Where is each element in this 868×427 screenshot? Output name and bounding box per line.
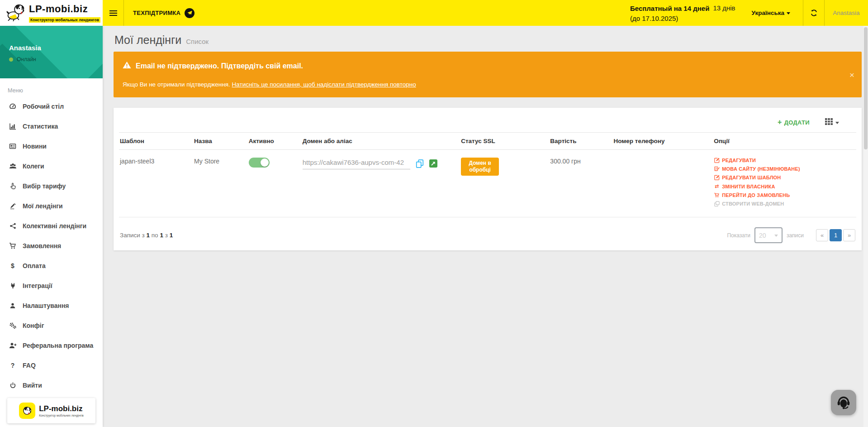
menu-section-label: Меню [0, 78, 103, 96]
language-icon [714, 166, 720, 172]
sidebar-item-config[interactable]: Конфіг [0, 316, 103, 336]
user-profile-panel: Anastasia Онлайн [0, 26, 103, 78]
cart-icon [714, 192, 720, 198]
content-area: Мої лендінги Список Email не підтверджен… [103, 26, 868, 427]
user-plus-icon [9, 342, 17, 349]
sidebar-item-news[interactable]: Новини [0, 136, 103, 156]
gears-icon [9, 322, 17, 329]
copy-icon [416, 159, 424, 168]
sidebar-item-integrations[interactable]: Інтеграції [0, 276, 103, 296]
close-banner-button[interactable]: × [849, 70, 854, 79]
headset-icon [835, 394, 852, 412]
copy-domain-button[interactable] [416, 159, 424, 168]
go-to-orders-link[interactable]: ПЕРЕЙТИ ДО ЗАМОВЛЕНЬ [714, 192, 853, 198]
change-owner-link[interactable]: ⇄ ЗМІНИТИ ВЛАСНИКА [714, 183, 853, 189]
col-template: Шаблон [119, 133, 190, 150]
page-scrollbar[interactable] [863, 26, 868, 427]
trial-until: (до 17.10.2025) [630, 14, 678, 22]
show-label: Показати [727, 232, 750, 239]
edit-landing-link[interactable]: РЕДАГУВАТИ [714, 158, 853, 163]
sidebar-item-my-landings[interactable]: Мої лендінги [0, 196, 103, 216]
sidebar-item-statistics[interactable]: Статистика [0, 116, 103, 136]
support-chat-button[interactable] [831, 390, 856, 415]
active-toggle[interactable] [249, 158, 270, 168]
bar-chart-icon [9, 123, 17, 130]
col-options: Опції [710, 133, 856, 150]
open-site-button[interactable] [429, 159, 437, 168]
pen-icon [9, 202, 17, 210]
page-size-select[interactable]: 20 [754, 227, 783, 243]
next-page-button[interactable]: » [843, 229, 855, 241]
prev-page-button[interactable]: « [816, 229, 828, 241]
edit-template-link[interactable]: РЕДАГУВАТИ ШАБЛОН [714, 175, 853, 180]
page-subtitle: Список [186, 38, 209, 45]
scrollbar-thumb[interactable] [864, 27, 868, 149]
sidebar-item-collective-landings[interactable]: Колективні лендінги [0, 216, 103, 236]
grid-icon [825, 118, 833, 126]
account-menu[interactable]: Anastasia [825, 0, 868, 26]
col-price: Вартість [546, 133, 610, 150]
sidebar-item-payment[interactable]: $ Оплата [0, 256, 103, 276]
ssl-status-badge: Домен в обробці [461, 158, 499, 176]
add-landing-button[interactable]: + ДОДАТИ [778, 118, 810, 126]
trial-days-left: 13 днів [713, 4, 735, 12]
column-visibility-button[interactable] [825, 118, 839, 126]
sidebar-menu: Робочий стіл Статистика Новини Колеги Ви… [0, 96, 103, 395]
pagination: « 1 » [816, 229, 855, 241]
col-domain: Домен або аліас [299, 133, 457, 150]
sidebar-item-faq[interactable]: ? FAQ [0, 355, 103, 375]
refresh-icon [810, 9, 818, 17]
resend-confirmation-link[interactable]: Натисніть це посилання, щоб надіслати пі… [232, 81, 416, 88]
app-logo[interactable]: LP-mobi.biz Конструктор мобильных лендин… [0, 0, 103, 26]
page-title: Мої лендінги [114, 34, 181, 47]
logo-subtitle: Конструктор мобильных лендингов [29, 17, 100, 23]
domain-input[interactable] [303, 158, 410, 169]
refresh-button[interactable] [803, 0, 824, 26]
chevron-down-icon [774, 235, 778, 237]
sidebar-item-colleagues[interactable]: Колеги [0, 156, 103, 176]
page-1-button[interactable]: 1 [830, 229, 842, 241]
tech-support-link[interactable]: ТЕХПІДТРИМКА [133, 0, 194, 26]
online-status-dot [9, 58, 13, 62]
cell-name: My Store [190, 150, 245, 217]
warning-title: Email не підтверджено. Підтвердіть свій … [136, 62, 303, 70]
share-icon [9, 222, 17, 230]
app: LP-mobi.biz Конструктор мобильных лендин… [0, 0, 868, 427]
dog-mascot-icon [5, 3, 25, 23]
sidebar-item-tariff[interactable]: Вибір тарифу [0, 176, 103, 196]
trial-plan-info: Бесплатный на 14 дней (до 17.10.2025) 13… [630, 0, 735, 26]
sidebar-toggle-button[interactable] [103, 0, 124, 26]
landings-table: Шаблон Назва Активно Домен або аліас Ста… [119, 132, 856, 217]
user-name: Anastasia [0, 26, 103, 52]
col-active: Активно [245, 133, 299, 150]
records-info: Записи з 1 по 1 з 1 [120, 232, 173, 239]
language-selector[interactable]: Українська [752, 0, 790, 26]
footer-logo-title: LP-mobi.biz [39, 404, 84, 413]
warning-text: Якщо Ви не отримали підтвердження. [123, 81, 232, 88]
table-footer: Записи з 1 по 1 з 1 Показати 20 записи « [119, 225, 856, 244]
exchange-icon: ⇄ [714, 183, 720, 189]
plus-icon: + [778, 118, 782, 126]
cell-price: 300.00 грн [546, 150, 610, 217]
top-bar: LP-mobi.biz Конструктор мобильных лендин… [0, 0, 868, 26]
sidebar-item-logout[interactable]: Вийти [0, 375, 103, 395]
dog-mascot-icon [19, 403, 35, 419]
chevron-down-icon [787, 12, 790, 14]
sidebar-item-referral[interactable]: Реферальна програма [0, 336, 103, 355]
dollar-icon: $ [9, 262, 17, 269]
sidebar-item-settings[interactable]: Налаштування [0, 296, 103, 316]
sidebar-item-dashboard[interactable]: Робочий стіл [0, 96, 103, 116]
edit-icon [714, 158, 720, 163]
cell-phone [610, 150, 711, 217]
sidebar-footer-logo[interactable]: LP-mobi.biz Конструктор мобільних лендін… [7, 398, 95, 423]
clone-icon [714, 201, 720, 206]
hand-pointer-icon [9, 182, 17, 190]
sidebar-item-orders[interactable]: Замовлення [0, 236, 103, 256]
online-status-label: Онлайн [17, 56, 36, 62]
telegram-icon [185, 8, 194, 18]
site-language-link[interactable]: МОВА САЙТУ (НЕЗМІНЮВАНЕ) [714, 166, 853, 172]
table-header-row: Шаблон Назва Активно Домен або аліас Ста… [119, 133, 856, 150]
warning-icon [123, 61, 131, 71]
cell-template: japan-steel3 [119, 150, 190, 217]
support-label: ТЕХПІДТРИМКА [133, 10, 180, 16]
